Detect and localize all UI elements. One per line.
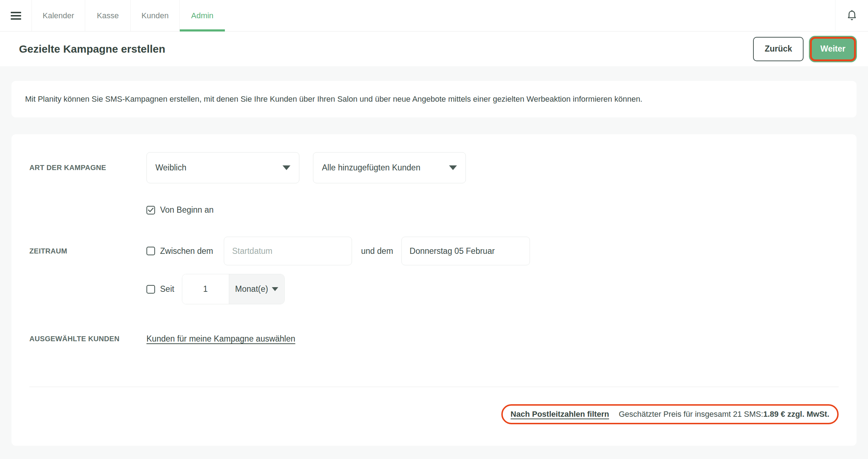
audience-select-value: Alle hinzugefügten Kunden [322, 163, 420, 173]
divider [29, 387, 839, 387]
gender-select-value: Weiblich [155, 163, 187, 173]
tab-label: Admin [191, 11, 213, 20]
price-label: Geschätzter Preis für insgesamt 21 SMS: [619, 410, 763, 419]
chevron-down-icon [272, 287, 278, 291]
tab-label: Kalender [43, 11, 74, 20]
since-duration-group: Monat(e) [182, 274, 285, 304]
price-highlight-box: Nach Postleitzahlen filtern Geschätzter … [501, 404, 839, 424]
tab-admin[interactable]: Admin [179, 0, 225, 31]
tab-label: Kunden [141, 11, 169, 20]
campaign-type-label: ART DER KAMPAGNE [29, 164, 146, 172]
tab-kasse[interactable]: Kasse [85, 0, 130, 31]
from-start-row: Von Beginn an [146, 205, 839, 215]
chevron-down-icon [449, 165, 457, 170]
footer-row: Nach Postleitzahlen filtern Geschätzter … [29, 404, 839, 424]
campaign-type-controls: Weiblich Alle hinzugefügten Kunden [146, 152, 839, 183]
since-checkbox[interactable] [146, 285, 155, 294]
bell-icon [847, 10, 857, 21]
period-controls: Zwischen dem und dem [146, 237, 839, 265]
intro-text: Mit Planity können Sie SMS-Kampagnen ers… [25, 95, 642, 104]
since-value-input[interactable] [182, 274, 229, 304]
back-button[interactable]: Zurück [753, 37, 804, 61]
chevron-down-icon [283, 165, 290, 170]
from-start-checkbox[interactable] [146, 206, 155, 214]
next-button[interactable]: Weiter [810, 37, 856, 61]
notifications-button[interactable] [835, 0, 868, 31]
and-label: und dem [361, 246, 393, 256]
since-unit-value: Monat(e) [235, 284, 268, 294]
hamburger-icon [11, 12, 21, 20]
menu-button[interactable] [0, 0, 32, 31]
intro-card: Mit Planity können Sie SMS-Kampagnen ers… [11, 81, 857, 117]
start-date-input[interactable] [224, 237, 352, 265]
content-area: Mit Planity können Sie SMS-Kampagnen ers… [0, 66, 868, 446]
page-header: Gezielte Kampagne erstellen Zurück Weite… [0, 32, 868, 66]
from-start-label: Von Beginn an [160, 205, 214, 215]
since-row: Seit Monat(e) [146, 274, 839, 304]
period-label: ZEITRAUM [29, 247, 146, 255]
gender-select[interactable]: Weiblich [146, 152, 299, 183]
selected-customers-row: AUSGEWÄHLTE KUNDEN Kunden für meine Kamp… [29, 334, 839, 344]
campaign-form-card: ART DER KAMPAGNE Weiblich Alle hinzugefü… [11, 134, 857, 446]
audience-select[interactable]: Alle hinzugefügten Kunden [313, 152, 466, 183]
select-customers-link[interactable]: Kunden für meine Kampagne auswählen [146, 334, 295, 344]
top-nav: Kalender Kasse Kunden Admin [0, 0, 868, 32]
price-value: 1.89 € zzgl. MwSt. [763, 410, 829, 419]
header-actions: Zurück Weiter [753, 37, 856, 61]
period-row: ZEITRAUM Zwischen dem und dem [29, 237, 839, 265]
end-date-input[interactable] [401, 237, 530, 265]
between-checkbox[interactable] [146, 247, 155, 255]
estimated-price-text: Geschätzter Preis für insgesamt 21 SMS:1… [619, 410, 829, 419]
tab-label: Kasse [97, 11, 119, 20]
zip-filter-link[interactable]: Nach Postleitzahlen filtern [511, 410, 609, 419]
since-label: Seit [160, 284, 174, 294]
checkmark-icon [148, 208, 154, 212]
selected-customers-label: AUSGEWÄHLTE KUNDEN [29, 335, 146, 343]
page-title: Gezielte Kampagne erstellen [19, 43, 165, 55]
since-unit-select[interactable]: Monat(e) [229, 274, 284, 304]
tab-kalender[interactable]: Kalender [32, 0, 85, 31]
campaign-type-row: ART DER KAMPAGNE Weiblich Alle hinzugefü… [29, 152, 839, 183]
between-label: Zwischen dem [160, 246, 213, 256]
tab-kunden[interactable]: Kunden [130, 0, 179, 31]
